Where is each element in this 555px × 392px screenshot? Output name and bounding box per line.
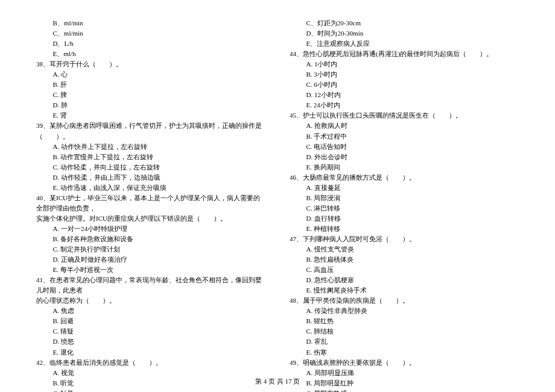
option: A. 动作快并上下提拉，左右旋转 [36,142,265,152]
option: C. 局部有热感 [290,388,519,392]
question-41-stem-line2: 的心理状态称为（ ）。 [36,296,265,306]
option: E. 伤寒 [290,347,519,358]
option: D. 急性心肌梗塞 [290,275,519,285]
left-column: B、ml/min C、ml/min D、L/h E、ml/h 38、耳开窍于什么… [36,18,265,392]
option: A. 抢救病人时 [290,121,519,131]
option: E. 换药期间 [290,162,519,172]
question-46-stem: 46、大肠癌最常见的播散方式是（ ）。 [290,172,519,183]
option: E. 慢性阑尾炎待手术 [290,285,519,296]
option: E、ml/h [36,49,265,59]
option: B. 动作宜慢并上下提拉，左右旋转 [36,152,265,162]
option: D. 肺 [36,100,265,110]
option: C. 触觉 [36,388,265,392]
option: B. 备好各种急救设施和设备 [36,234,265,244]
option: C、灯距为20-30cm [290,18,519,28]
option: C. 高血压 [290,265,519,275]
option: C、ml/min [36,28,265,39]
option: B. 回避 [36,316,265,326]
page-footer: 第 4 页 共 17 页 [0,377,555,386]
option: C. 脾 [36,90,265,100]
question-47-stem: 47、下列哪种病人入院时可免浴（ ）。 [290,234,519,244]
option: E. 每半小时巡视一次 [36,265,265,275]
question-39-stem: 39、某肺心病患者因呼吸困难，行气管切开，护士为其吸痰时，正确的操作是（ ）。 [36,121,265,141]
option: A. 直接蔓延 [290,183,519,193]
option: D. 外出会诊时 [290,152,519,162]
question-40-stem-line1: 40、某ICU护士，毕业三年以来，基本上是一个人护理某个病人，病人需要的全部护理… [36,193,265,213]
option: D. 正确及时做好各项治疗 [36,254,265,265]
option: D. 动作轻柔，并由上而下，边抽边吸 [36,172,265,183]
question-48-stem: 48、属于甲类传染病的疾病是（ ）。 [290,296,519,306]
option: E. 24小时内 [290,100,519,110]
option: C. 动作轻柔，并向上提拉，左右旋转 [36,162,265,172]
question-38-stem: 38、耳开窍于什么（ ）。 [36,59,265,69]
option: D. 12小时内 [290,90,519,100]
option: A. 一对一24小时特级护理 [36,224,265,234]
option: E、注意观察病人反应 [290,39,519,49]
right-column: C、灯距为20-30cm D、时间为20-30min E、注意观察病人反应 44… [290,18,519,392]
option: D. 愤怒 [36,337,265,347]
question-49-stem: 49、明确浅表脓肿的主要依据是（ ）。 [290,358,519,368]
question-42-stem: 42、临终患者最后消失的感觉是（ ）。 [36,358,265,368]
option: B、ml/min [36,18,265,28]
option: B. 猩红热 [290,316,519,326]
option: B. 局部浸润 [290,193,519,203]
option: A. 心 [36,69,265,80]
option: C. 制定并执行护理计划 [36,244,265,254]
option: D、时间为20-30min [290,28,519,39]
option: E. 退化 [36,347,265,358]
option: B. 肝 [36,80,265,90]
option: D. 霍乱 [290,337,519,347]
option: A. 1小时内 [290,59,519,69]
option: A. 传染性非典型肺炎 [290,306,519,316]
option: C. 猜疑 [36,326,265,337]
option: E. 动作迅速，由浅入深，保证充分吸痰 [36,183,265,193]
option: C. 6小时内 [290,80,519,90]
option: C. 肺结核 [290,326,519,337]
question-45-stem: 45、护士可以执行医生口头医嘱的情况是医生在（ ）。 [290,110,519,121]
option: B. 急性扁桃体炎 [290,254,519,265]
option: D、L/h [36,39,265,49]
option: B. 手术过程中 [290,131,519,142]
question-41-stem-line1: 41、在患者常见的心理问题中，常表现与年龄、社会角色不相符合，像回到婴儿时期，此… [36,275,265,296]
option: A. 焦虑 [36,306,265,316]
option: C. 淋巴转移 [290,203,519,213]
option: D. 血行转移 [290,213,519,224]
two-column-layout: B、ml/min C、ml/min D、L/h E、ml/h 38、耳开窍于什么… [36,18,519,392]
option: C. 电话告知时 [290,142,519,152]
question-40-stem-line2: 实施个体化护理。对ICU的重症病人护理以下错误的是（ ）。 [36,213,265,224]
option: E. 种植转移 [290,224,519,234]
option: E. 肾 [36,110,265,121]
option: B. 3小时内 [290,69,519,80]
option: A. 慢性支气管炎 [290,244,519,254]
question-44-stem: 44、急性心肌梗死后冠脉再通(再灌注)的最佳时间为起病后（ ）。 [290,49,519,59]
